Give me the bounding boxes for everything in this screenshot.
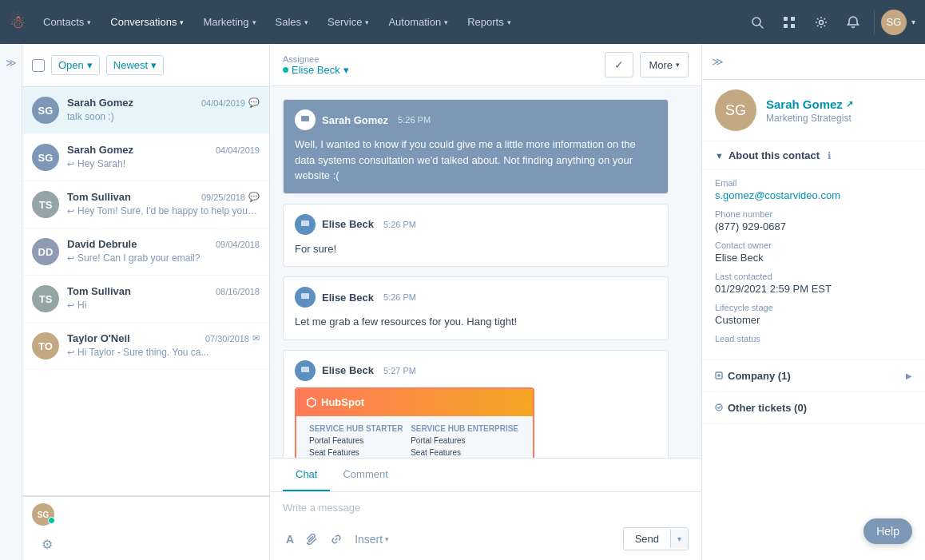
nav-conversations-caret: ▾ bbox=[180, 18, 184, 26]
contact-name: Sarah Gomez ↗ bbox=[766, 97, 853, 111]
chat-bubble-icon: 💬 bbox=[248, 192, 260, 202]
nav-marketing[interactable]: Marketing ▾ bbox=[195, 11, 264, 33]
tab-chat[interactable]: Chat bbox=[283, 459, 330, 491]
list-item[interactable]: TO Taylor O'Neil 07/30/2018 ✉ ↩ Hi Taylo… bbox=[22, 323, 269, 370]
settings-button[interactable] bbox=[807, 8, 836, 37]
resolve-button[interactable]: ✓ bbox=[605, 52, 633, 77]
hs-col2-header: SERVICE HUB ENTERPRISE bbox=[407, 423, 523, 435]
msg-time: 5:26 PM bbox=[398, 115, 431, 125]
attachment-button[interactable] bbox=[304, 532, 321, 546]
nav-service[interactable]: Service ▾ bbox=[320, 11, 377, 33]
conv-item-preview: Hey Tom! Sure, I'd be happy to help you … bbox=[77, 205, 260, 216]
lifecycle-row: Lifecycle stage Customer bbox=[715, 303, 912, 326]
avatar: TS bbox=[32, 285, 59, 312]
list-item[interactable]: TS Tom Sullivan 09/25/2018 💬 ↩ Hey Tom! … bbox=[22, 181, 269, 228]
svg-line-1 bbox=[760, 25, 763, 28]
msg-sender-avatar bbox=[295, 214, 316, 235]
avatar: SG bbox=[32, 144, 59, 171]
user-avatar[interactable]: SG bbox=[881, 10, 907, 35]
message-bubble: Elise Beck 5:27 PM ⬡ HubSpot SERVICE HUB… bbox=[283, 350, 669, 459]
hubspot-attachment-card: ⬡ HubSpot SERVICE HUB STARTER SERVICE HU… bbox=[295, 387, 534, 459]
apps-button[interactable] bbox=[775, 8, 804, 37]
conv-item-body: Sarah Gomez 04/04/2019 ↩ Hey Sarah! bbox=[67, 144, 260, 169]
search-button[interactable] bbox=[743, 8, 772, 37]
conv-item-date: 08/16/2018 bbox=[216, 287, 260, 296]
contact-name-text[interactable]: Sarah Gomez bbox=[766, 97, 843, 111]
more-button[interactable]: More ▾ bbox=[640, 52, 689, 77]
collapse-icon[interactable]: ≫ bbox=[712, 55, 724, 68]
send-button-group: Send ▾ bbox=[623, 527, 689, 550]
nav-reports-label: Reports bbox=[467, 16, 504, 28]
right-panel: ≫ SG Sarah Gomez ↗ Marketing Strategist … bbox=[701, 44, 925, 560]
open-filter-btn[interactable]: Open ▾ bbox=[51, 55, 100, 75]
email-value[interactable]: s.gomez@costarvideo.com bbox=[715, 189, 912, 201]
sidebar-collapse-btn[interactable]: ≫ bbox=[0, 44, 22, 560]
insert-label: Insert bbox=[355, 533, 383, 546]
hs-col2-sub: Portal Features bbox=[407, 435, 523, 447]
select-all-checkbox[interactable] bbox=[32, 59, 45, 72]
list-item[interactable]: DD David Debrule 09/04/2018 ↩ Sure! Can … bbox=[22, 228, 269, 276]
newest-filter-label: Newest bbox=[113, 59, 148, 71]
conv-item-body: Tom Sullivan 09/25/2018 💬 ↩ Hey Tom! Sur… bbox=[67, 191, 260, 216]
list-item[interactable]: SG Sarah Gomez 04/04/2019 💬 talk soon :) bbox=[22, 87, 269, 134]
conv-item-name: David Debrule bbox=[67, 238, 137, 250]
send-caret-button[interactable]: ▾ bbox=[670, 530, 688, 548]
msg-sender-avatar bbox=[295, 109, 316, 130]
conv-item-body: Sarah Gomez 04/04/2019 💬 talk soon :) bbox=[67, 97, 260, 122]
conv-item-name: Sarah Gomez bbox=[67, 144, 133, 156]
about-section-title: About this contact bbox=[728, 149, 820, 161]
compose-placeholder[interactable]: Write a message bbox=[283, 502, 689, 521]
nav-reports[interactable]: Reports ▾ bbox=[459, 11, 519, 33]
msg-sender-name: Elise Beck bbox=[322, 218, 374, 230]
conv-item-preview: Hey Sarah! bbox=[77, 158, 125, 169]
link-button[interactable] bbox=[328, 532, 345, 546]
insert-button[interactable]: Insert ▾ bbox=[351, 531, 392, 547]
phone-row: Phone number (877) 929-0687 bbox=[715, 209, 912, 232]
company-section-left: Company (1) bbox=[715, 370, 791, 382]
assignee-caret: ▾ bbox=[343, 64, 349, 76]
svg-rect-4 bbox=[784, 24, 788, 28]
msg-header: Sarah Gomez 5:26 PM bbox=[295, 109, 657, 130]
contact-header: SG Sarah Gomez ↗ Marketing Strategist bbox=[702, 80, 925, 141]
tab-comment[interactable]: Comment bbox=[330, 459, 400, 491]
hs-col1-header: SERVICE HUB STARTER bbox=[306, 423, 407, 435]
reply-icon: ↩ bbox=[67, 159, 74, 169]
lifecycle-label: Lifecycle stage bbox=[715, 303, 912, 312]
newest-filter-btn[interactable]: Newest ▾ bbox=[106, 55, 164, 75]
gear-icon[interactable]: ⚙ bbox=[42, 538, 53, 551]
text-format-button[interactable]: A bbox=[283, 531, 297, 547]
chat-actions: ✓ More ▾ bbox=[605, 52, 689, 77]
company-section[interactable]: Company (1) ▶ bbox=[702, 360, 925, 392]
hubspot-logo[interactable]: ☃ bbox=[10, 12, 26, 33]
message-bubble: Sarah Gomez 5:26 PM Well, I wanted to kn… bbox=[283, 99, 669, 194]
help-button[interactable]: Help bbox=[863, 518, 912, 544]
nav-contacts[interactable]: Contacts ▾ bbox=[35, 11, 99, 33]
hs-card-header: ⬡ HubSpot bbox=[296, 389, 533, 416]
msg-text: For sure! bbox=[295, 241, 657, 257]
msg-sender-name: Sarah Gomez bbox=[322, 114, 388, 126]
notifications-button[interactable] bbox=[839, 8, 867, 37]
msg-sender-avatar bbox=[295, 287, 316, 308]
hs-col2-feat: Seat Features bbox=[407, 447, 523, 459]
last-contacted-label: Last contacted bbox=[715, 272, 912, 281]
assignee-dropdown[interactable]: Elise Beck ▾ bbox=[283, 64, 349, 76]
nav-sales[interactable]: Sales ▾ bbox=[268, 11, 317, 33]
about-info-icon[interactable]: ℹ bbox=[828, 150, 832, 161]
nav-conversations[interactable]: Conversations ▾ bbox=[102, 11, 192, 33]
msg-time: 5:27 PM bbox=[383, 366, 416, 375]
list-item[interactable]: TS Tom Sullivan 08/16/2018 ↩ Hi bbox=[22, 276, 269, 323]
msg-time: 5:26 PM bbox=[383, 220, 416, 229]
assignee-info: Assignee Elise Beck ▾ bbox=[283, 54, 349, 76]
avatar: SG bbox=[32, 97, 59, 124]
tickets-section[interactable]: Other tickets (0) bbox=[702, 392, 925, 424]
send-main-button[interactable]: Send bbox=[624, 528, 670, 550]
email-row: Email s.gomez@costarvideo.com bbox=[715, 178, 912, 201]
nav-automation[interactable]: Automation ▾ bbox=[380, 11, 456, 33]
contact-details: Email s.gomez@costarvideo.com Phone numb… bbox=[702, 170, 925, 360]
hs-logo-text: HubSpot bbox=[321, 396, 364, 408]
about-section-header[interactable]: ▼ About this contact ℹ bbox=[702, 141, 925, 170]
external-link-icon[interactable]: ↗ bbox=[846, 99, 853, 109]
msg-header: Elise Beck 5:27 PM bbox=[295, 360, 657, 381]
user-caret[interactable]: ▾ bbox=[911, 18, 915, 26]
list-item[interactable]: SG Sarah Gomez 04/04/2019 ↩ Hey Sarah! bbox=[22, 134, 269, 181]
